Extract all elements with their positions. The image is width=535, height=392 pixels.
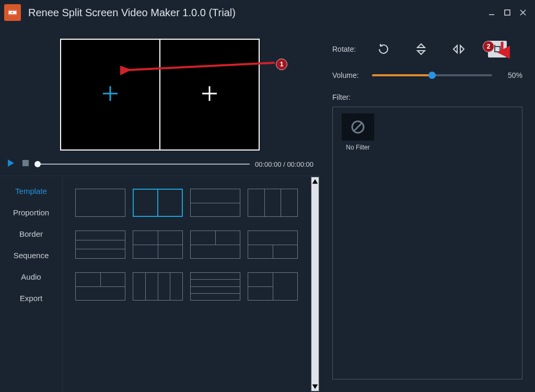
add-clip-icon bbox=[100, 83, 121, 106]
playback-bar: 00:00:00 / 00:00:00 bbox=[0, 151, 320, 176]
timecode: 00:00:00 / 00:00:00 bbox=[255, 160, 313, 168]
svg-marker-17 bbox=[417, 51, 425, 54]
rotate-label: Rotate: bbox=[332, 45, 370, 53]
filter-label: Filter: bbox=[332, 93, 522, 101]
svg-line-21 bbox=[354, 123, 362, 131]
side-tabs: Template Proportion Border Sequence Audi… bbox=[0, 176, 63, 392]
play-button[interactable] bbox=[6, 158, 16, 170]
tab-proportion[interactable]: Proportion bbox=[0, 202, 62, 223]
template-mix-a[interactable] bbox=[75, 272, 125, 301]
maximize-button[interactable] bbox=[502, 7, 513, 18]
filter-no-filter[interactable]: No Filter bbox=[339, 113, 377, 151]
scroll-down-icon[interactable] bbox=[311, 382, 319, 391]
filter-name: No Filter bbox=[346, 144, 369, 151]
minimize-button[interactable] bbox=[486, 7, 497, 18]
volume-label: Volume: bbox=[332, 71, 370, 79]
tab-template[interactable]: Template bbox=[0, 180, 62, 202]
template-l-shape-b[interactable] bbox=[248, 230, 298, 259]
template-2x1[interactable] bbox=[190, 189, 240, 217]
right-panel: Rotate: Volume: bbox=[320, 25, 535, 392]
template-grid bbox=[63, 176, 310, 392]
close-button[interactable] bbox=[517, 7, 529, 18]
template-1x2[interactable] bbox=[133, 189, 183, 217]
template-4x1[interactable] bbox=[190, 272, 240, 301]
svg-rect-5 bbox=[505, 10, 510, 15]
preview-cell-right[interactable] bbox=[159, 40, 259, 149]
timeline-slider[interactable] bbox=[36, 164, 250, 165]
template-3x1[interactable] bbox=[75, 230, 125, 259]
left-column: 00:00:00 / 00:00:00 Template Proportion … bbox=[0, 25, 320, 392]
volume-value: 50% bbox=[499, 71, 522, 79]
template-2x2[interactable] bbox=[133, 230, 183, 259]
window-controls bbox=[486, 7, 531, 18]
volume-slider[interactable] bbox=[372, 74, 492, 76]
svg-rect-1 bbox=[9, 9, 17, 11]
tab-sequence[interactable]: Sequence bbox=[0, 245, 62, 266]
template-1x3[interactable] bbox=[248, 189, 298, 217]
annotation-badge-1: 1 bbox=[276, 59, 287, 70]
template-l-shape-a[interactable] bbox=[190, 230, 240, 259]
template-1x4[interactable] bbox=[133, 272, 183, 301]
split-preview bbox=[60, 39, 260, 151]
tab-audio[interactable]: Audio bbox=[0, 266, 62, 287]
tab-export[interactable]: Export bbox=[0, 287, 62, 309]
template-1x1[interactable] bbox=[75, 189, 125, 217]
svg-marker-15 bbox=[312, 385, 318, 389]
flip-vertical-button[interactable] bbox=[413, 41, 429, 57]
filter-list: No Filter bbox=[332, 107, 522, 379]
app-title: Renee Split Screen Video Maker 1.0.0 (Tr… bbox=[28, 7, 486, 19]
svg-rect-13 bbox=[22, 160, 29, 166]
scroll-up-icon[interactable] bbox=[311, 177, 319, 187]
rotate-row: Rotate: bbox=[332, 41, 522, 57]
volume-thumb-icon[interactable] bbox=[428, 72, 436, 79]
template-mix-b[interactable] bbox=[248, 272, 298, 301]
app-logo-icon bbox=[4, 4, 21, 21]
rotate-cw-button[interactable] bbox=[375, 41, 392, 57]
template-scrollbar[interactable] bbox=[310, 176, 320, 392]
stop-button[interactable] bbox=[21, 158, 30, 170]
preview-cell-left[interactable] bbox=[61, 40, 159, 149]
svg-marker-14 bbox=[312, 179, 318, 184]
svg-marker-16 bbox=[417, 44, 425, 48]
preview-area bbox=[0, 25, 320, 151]
title-bar: Renee Split Screen Video Maker 1.0.0 (Tr… bbox=[0, 0, 535, 25]
annotation-badge-2: 2 bbox=[483, 41, 494, 52]
volume-row: Volume: 50% bbox=[332, 71, 522, 79]
flip-horizontal-button[interactable] bbox=[450, 41, 467, 57]
svg-marker-18 bbox=[453, 45, 457, 53]
add-clip-icon bbox=[199, 83, 220, 106]
svg-marker-19 bbox=[460, 45, 464, 53]
svg-rect-2 bbox=[9, 14, 17, 16]
svg-marker-12 bbox=[8, 159, 14, 167]
tab-border[interactable]: Border bbox=[0, 223, 62, 245]
no-filter-icon bbox=[342, 113, 374, 141]
